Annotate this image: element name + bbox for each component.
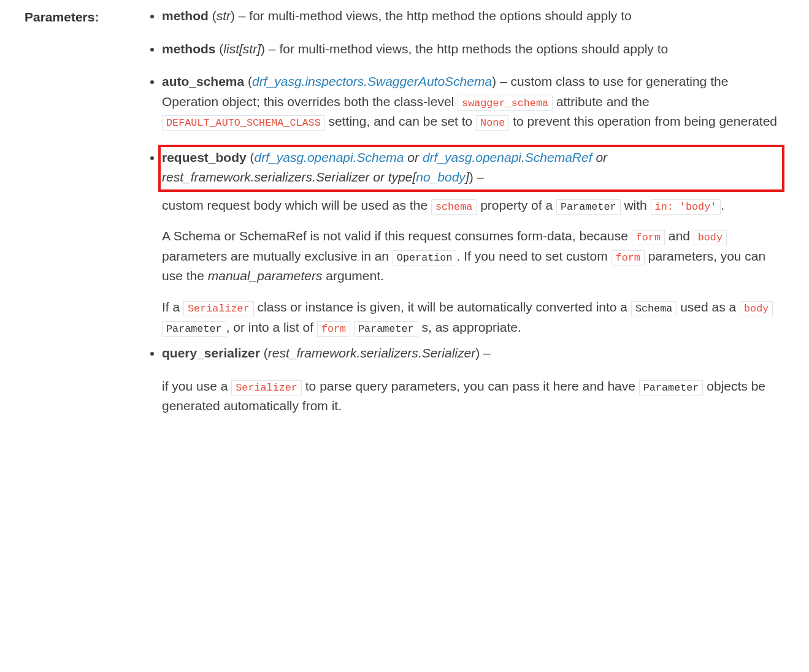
text: if you use a: [162, 379, 231, 393]
param-type: str: [217, 9, 231, 23]
param-list: method (str) – for multi-method views, t…: [147, 6, 784, 416]
text: with: [621, 198, 651, 212]
text: , or into a list of: [226, 320, 317, 334]
code-body: body: [694, 230, 727, 245]
param-name: auto_schema: [162, 74, 244, 88]
text: parameters are mutually exclusive in an: [162, 249, 393, 263]
code-parameter: Parameter: [354, 321, 418, 337]
param-desc: for multi-method views, the http methods…: [279, 42, 668, 56]
code-swagger-schema: swagger_schema: [458, 96, 553, 111]
or: or: [404, 150, 423, 164]
text: argument.: [323, 269, 384, 283]
param-name: query_serializer: [162, 346, 260, 360]
highlight-annotation: request_body (drf_yasg.openapi.Schema or…: [158, 145, 784, 192]
param-method: method (str) – for multi-method views, t…: [162, 6, 784, 26]
text: used as a: [677, 300, 740, 314]
param-request-body: request_body (drf_yasg.openapi.Schema or…: [162, 145, 784, 337]
code-body: body: [740, 301, 773, 316]
text: . If you need to set custom: [456, 249, 611, 263]
query-serializer-desc: if you use a Serializer to parse query p…: [162, 376, 784, 416]
code-schema: Schema: [631, 301, 677, 316]
text: property of a: [477, 198, 556, 212]
param-auto-schema: auto_schema (drf_yasg.inspectors.Swagger…: [162, 72, 784, 132]
em-manual-parameters: manual_parameters: [208, 269, 323, 283]
parameters-field-list: Parameters: method (str) – for multi-met…: [25, 6, 784, 422]
text: attribute and the: [553, 94, 650, 109]
type-link-no-body[interactable]: no_body: [416, 170, 466, 184]
code-default-auto-schema-class: DEFAULT_AUTO_SCHEMA_CLASS: [162, 115, 325, 131]
text: setting, and can be set to: [325, 114, 476, 128]
code-schema: schema: [431, 199, 477, 215]
code-operation: Operation: [393, 250, 457, 265]
sep: –: [265, 42, 279, 56]
sep: –: [496, 74, 510, 88]
sep: –: [235, 9, 249, 23]
param-methods: methods (list[str]) – for multi-method v…: [162, 39, 784, 59]
field-label: Parameters:: [25, 6, 135, 422]
code-none: None: [476, 115, 509, 131]
param-desc: for multi-method views, the http method …: [249, 9, 631, 23]
text: A Schema or SchemaRef is not valid if th…: [162, 229, 632, 243]
text: to parse query parameters, you can pass …: [302, 379, 639, 393]
text: .: [721, 198, 724, 212]
code-form: form: [612, 250, 645, 265]
param-query-serializer: query_serializer (rest_framework.seriali…: [162, 343, 784, 416]
or: or: [369, 170, 388, 184]
code-in-body: in: 'body': [651, 199, 721, 215]
param-type: rest_framework.serializers.Serializer: [268, 346, 475, 360]
text: class or instance is given, it will be a…: [254, 300, 631, 314]
request-body-desc-3: If a Serializer class or instance is giv…: [162, 297, 784, 337]
request-body-desc-2: A Schema or SchemaRef is not valid if th…: [162, 226, 784, 286]
code-serializer: Serializer: [231, 380, 302, 395]
param-name: request_body: [162, 150, 247, 164]
type-link-swagger-auto-schema[interactable]: drf_yasg.inspectors.SwaggerAutoSchema: [252, 74, 492, 88]
code-form: form: [632, 230, 665, 245]
param-name: method: [162, 9, 209, 23]
type-serializer: rest_framework.serializers.Serializer: [162, 170, 369, 184]
text: and: [665, 229, 694, 243]
code-parameter: Parameter: [639, 380, 704, 395]
code-parameter: Parameter: [556, 199, 621, 215]
text: If a: [162, 300, 183, 314]
text: to prevent this operation from being gen…: [509, 114, 777, 128]
code-parameter: Parameter: [162, 321, 226, 337]
type-link-schema-ref[interactable]: drf_yasg.openapi.SchemaRef: [423, 150, 592, 164]
text: s, as appropriate.: [418, 320, 521, 334]
type-link-schema[interactable]: drf_yasg.openapi.Schema: [255, 150, 404, 164]
code-serializer: Serializer: [183, 301, 254, 316]
param-type: list[str]: [223, 42, 261, 56]
param-name: methods: [162, 42, 216, 56]
sep: –: [480, 346, 491, 360]
request-body-desc-1: custom request body which will be used a…: [162, 196, 784, 216]
or: or: [592, 150, 608, 164]
type-bracket: ]: [466, 170, 469, 184]
sep: –: [474, 170, 485, 184]
type-bracket: type[: [388, 170, 416, 184]
field-body: method (str) – for multi-method views, t…: [147, 6, 784, 422]
code-form: form: [317, 321, 350, 337]
text: custom request body which will be used a…: [162, 198, 431, 212]
